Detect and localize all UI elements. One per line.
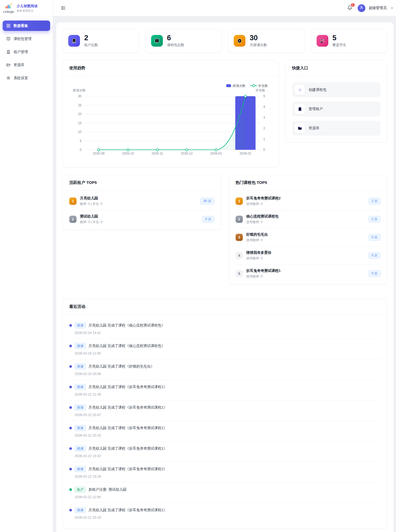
sidebar-item-2[interactable]: 租户管理 xyxy=(3,47,50,57)
count-badge: 2 次 xyxy=(369,198,381,204)
usage-trend-title: 使用趋势 xyxy=(63,61,279,76)
sidebar-item-label: 资源库 xyxy=(14,63,25,67)
stat-texts: 30月授课次数 xyxy=(250,34,267,47)
top-list-item: 1折耳兔奇奇测试课程2使用教师: 02 次 xyxy=(236,192,381,210)
svg-text:2025-12: 2025-12 xyxy=(181,152,193,155)
app-titles: 少儿智慧阅读 服务管理后台 xyxy=(17,4,38,13)
top-item-info: 核心流程测试课程包使用教师: 0 xyxy=(246,214,365,224)
activity-text: 月亮幼儿园 完成了课程《核心流程测试课程包》 xyxy=(88,323,165,328)
activity-item: 授课月亮幼儿园 完成了课程《折耳兔奇奇测试课程1》2026-02-22 20:2… xyxy=(69,421,381,441)
quick-entry-2[interactable]: 资源库 xyxy=(292,121,381,136)
folder-icon xyxy=(295,123,305,133)
sidebar-item-3[interactable]: 资源库 xyxy=(3,60,50,70)
sidebar-item-label: 课程包管理 xyxy=(14,37,32,41)
usage-trend-chart: 051015202530012345授课次数学生数2025-092025-102… xyxy=(63,76,279,167)
hot-packages-title: 热门课程包 TOP5 xyxy=(229,175,387,191)
sidebar-item-0[interactable]: 数据看板 xyxy=(3,21,50,31)
activity-item: 授课月亮幼儿园 完成了课程《折耳兔奇奇测试课程1》2026-02-22 19:3… xyxy=(69,441,381,462)
topbar-right: 5 超级管理员 xyxy=(347,4,394,12)
top-item-meta: 使用教师: 0 xyxy=(246,202,365,206)
dashboard-container: 2租户总数6课程包总数30月授课次数5覆盖学生 使用趋势 05101520253… xyxy=(56,22,394,532)
svg-text:学生数: 学生数 xyxy=(258,84,268,88)
activity-text: 月亮幼儿园 完成了课程《折耳兔奇奇测试课程1》 xyxy=(88,508,167,513)
activity-dot-icon xyxy=(69,447,72,450)
stat-texts: 6课程包总数 xyxy=(167,34,184,47)
rank-badge: 2 xyxy=(69,216,76,223)
activity-text: 月亮幼儿园 完成了课程《折耳兔奇奇测试课程2》 xyxy=(88,467,167,471)
user-name[interactable]: 超级管理员 xyxy=(369,6,387,10)
stat-label: 覆盖学生 xyxy=(333,43,346,47)
row-trend-quick: 使用趋势 051015202530012345授课次数学生数2025-09202… xyxy=(63,60,387,167)
recent-activity-title: 最近活动 xyxy=(63,299,387,315)
hot-packages-list: 1折耳兔奇奇测试课程2使用教师: 02 次2核心流程测试课程包使用教师: 02 … xyxy=(229,191,387,284)
activity-item: 授课月亮幼儿园 完成了课程《好饿的毛毛虫》2026-02-23 20:06 xyxy=(69,359,381,380)
top-item-name: 折耳兔奇奇测试课程2 xyxy=(246,196,365,201)
top-item-info: 月亮幼儿园教师: 0 | 学生: 0 xyxy=(80,196,197,206)
top-item-meta: 使用教师: 0 xyxy=(246,220,365,224)
trend-chart-svg: 051015202530012345授课次数学生数2025-092025-102… xyxy=(69,82,272,162)
activity-item: 授课月亮幼儿园 完成了课程《核心流程测试课程包》2026-02-24 11:06 xyxy=(69,339,381,359)
activity-line: 授课月亮幼儿园 完成了课程《折耳兔奇奇测试课程1》 xyxy=(69,446,381,452)
activity-time: 2026-02-23 20:06 xyxy=(75,372,381,376)
top-item-meta: 教师: 0 | 学生: 0 xyxy=(80,220,199,224)
quick-entry-card: 快捷入口 创建课程包管理租户资源库 xyxy=(285,60,387,142)
svg-text:2: 2 xyxy=(263,127,265,130)
activity-text: 新租户注册: 测试幼儿园 xyxy=(88,487,127,492)
stat-value: 2 xyxy=(84,34,98,42)
activity-line: 授课月亮幼儿园 完成了课程《折耳兔奇奇测试课程1》 xyxy=(69,507,381,513)
top-list-item: 2测试幼儿园教师: 0 | 学生: 00 次 xyxy=(69,210,214,228)
activity-line: 授课月亮幼儿园 完成了课程《折耳兔奇奇测试课程1》 xyxy=(69,425,381,431)
stat-card-0: 2租户总数 xyxy=(63,29,139,53)
activity-line: 授课月亮幼儿园 完成了课程《折耳兔奇奇测试课程2》 xyxy=(69,466,381,472)
top-item-info: 测试幼儿园教师: 0 | 学生: 0 xyxy=(80,214,199,224)
count-badge: 2 次 xyxy=(369,216,381,223)
activity-tag: 授课 xyxy=(75,446,86,452)
activity-dot-icon xyxy=(69,324,72,327)
activity-tag: 授课 xyxy=(75,384,86,390)
hot-packages-card: 热门课程包 TOP5 1折耳兔奇奇测试课程2使用教师: 02 次2核心流程测试课… xyxy=(229,175,387,284)
activity-dot-icon xyxy=(69,386,72,388)
activity-line: 租户新租户注册: 测试幼儿园 xyxy=(69,487,381,493)
top-item-info: 折耳兔奇奇测试课程2使用教师: 0 xyxy=(246,196,365,206)
activity-time: 2026-02-22 20:25 xyxy=(75,434,381,437)
top-list-item: 2核心流程测试课程包使用教师: 02 次 xyxy=(236,210,381,228)
avatar[interactable] xyxy=(358,4,365,12)
sidebar-item-1[interactable]: 课程包管理 xyxy=(3,34,50,44)
quick-entry-1[interactable]: 管理租户 xyxy=(292,102,381,116)
top-list-item: 5折耳兔奇奇测试课程1使用教师: 00 次 xyxy=(236,265,381,283)
top-item-name: 折耳兔奇奇测试课程1 xyxy=(246,268,365,273)
top-list-item: 3好饿的毛毛虫使用教师: 00 次 xyxy=(236,228,381,247)
activity-text: 月亮幼儿园 完成了课程《折耳兔奇奇测试课程1》 xyxy=(88,405,167,410)
activity-dot-icon xyxy=(69,365,72,368)
row-top-lists: 活跃租户 TOP5 1月亮幼儿园教师: 0 | 学生: 030 次2测试幼儿园教… xyxy=(63,175,387,284)
rank-badge: 4 xyxy=(236,252,243,259)
svg-text:4: 4 xyxy=(263,105,265,109)
top-item-name: 测试幼儿园 xyxy=(80,214,199,219)
chevron-down-icon[interactable] xyxy=(390,6,394,10)
sidebar-collapse-icon[interactable] xyxy=(60,5,66,11)
sidebar-item-4[interactable]: 系统设置 xyxy=(3,73,50,83)
notifications-button[interactable]: 5 xyxy=(347,5,353,11)
top-item-name: 月亮幼儿园 xyxy=(80,196,197,201)
sidebar-item-label: 系统设置 xyxy=(14,76,28,80)
activity-dot-icon xyxy=(69,427,72,429)
stat-card-1: 6课程包总数 xyxy=(146,29,222,53)
stat-card-2: 30月授课次数 xyxy=(228,29,305,53)
activity-time: 2026-02-22 15:29 xyxy=(75,475,381,478)
top-item-name: 好饿的毛毛虫 xyxy=(246,232,365,237)
activity-line: 授课月亮幼儿园 完成了课程《好饿的毛毛虫》 xyxy=(69,364,381,369)
activity-tag: 授课 xyxy=(75,343,86,349)
quick-entry-0[interactable]: 创建课程包 xyxy=(292,82,381,97)
rank-badge: 2 xyxy=(236,216,243,223)
building-icon xyxy=(295,104,305,114)
book-icon xyxy=(151,35,163,47)
activity-line: 授课月亮幼儿园 完成了课程《折耳兔奇奇测试课程1》 xyxy=(69,384,381,390)
active-tenants-title: 活跃租户 TOP5 xyxy=(63,175,221,191)
activity-tag: 授课 xyxy=(75,405,86,410)
activity-time: 2026-02-21 20:19 xyxy=(75,516,381,519)
stat-card-3: 5覆盖学生 xyxy=(311,29,387,53)
top-item-info: 折耳兔奇奇测试课程1使用教师: 0 xyxy=(246,268,365,279)
count-badge: 0 次 xyxy=(202,216,214,223)
activity-item: 授课月亮幼儿园 完成了课程《折耳兔奇奇测试课程1》2026-02-21 20:1… xyxy=(69,503,381,523)
activity-time: 2026-02-24 14:42 xyxy=(75,331,381,335)
